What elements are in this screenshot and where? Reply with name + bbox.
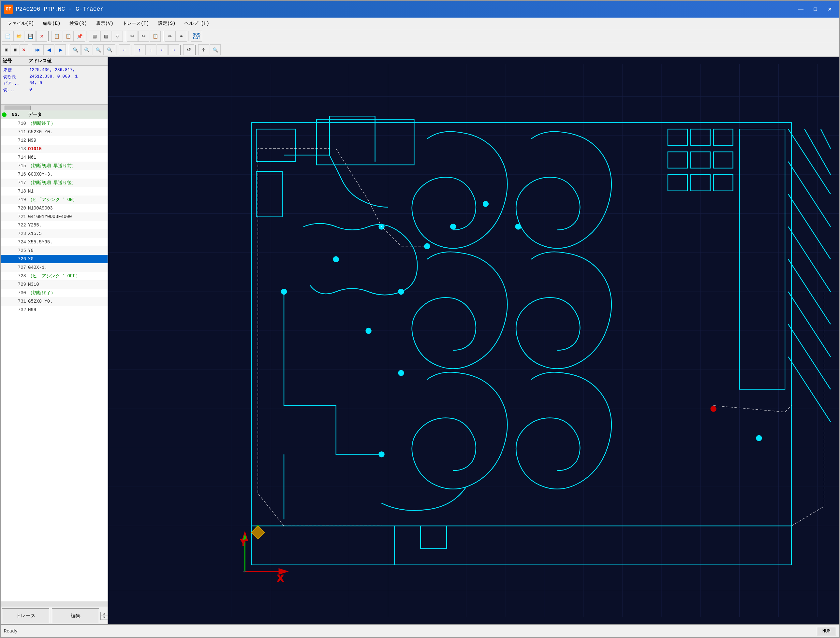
tb-rec2[interactable]: ▣ — [11, 44, 19, 55]
list-item[interactable]: 720M100A9003 — [1, 204, 108, 212]
tb-left-arrow[interactable]: ← — [157, 44, 168, 55]
menu-search[interactable]: 検索(R) — [65, 19, 91, 28]
data-row-0: 座標 1225.436, 286.817, — [3, 68, 105, 73]
main-view: Y X — [108, 57, 839, 624]
tb-edit2[interactable]: ✒ — [176, 31, 187, 42]
list-item[interactable]: 712M99 — [1, 136, 108, 145]
tb-save[interactable]: 💾 — [25, 31, 36, 42]
separator-1 — [48, 31, 50, 41]
tb-edit1[interactable]: ✏ — [165, 31, 176, 42]
list-item[interactable]: 722Y255. — [1, 221, 108, 229]
tb-copy1[interactable]: 📋 — [51, 31, 62, 42]
menu-settings[interactable]: 設定(S) — [154, 19, 180, 28]
list-item[interactable]: 729M310 — [1, 280, 108, 289]
tb-paste[interactable]: 📌 — [74, 31, 85, 42]
tb-down-arrow[interactable]: ↓ — [146, 44, 157, 55]
data-row-2: ピア... 64, 0 — [3, 81, 105, 86]
tb-next[interactable]: ▶ — [55, 44, 66, 55]
list-item[interactable]: 727G40X-1. — [1, 263, 108, 272]
tb-prev[interactable]: ◀ — [43, 44, 54, 55]
tb-cut3[interactable]: 📋 — [150, 31, 161, 42]
tb-cut2[interactable]: ✂ — [138, 31, 149, 42]
menu-trace[interactable]: トレース(T) — [118, 19, 153, 28]
svg-point-65 — [379, 452, 384, 457]
list-col-no: No. — [12, 112, 28, 117]
label-2: ピア... — [3, 81, 29, 86]
minimize-button[interactable]: — — [794, 3, 807, 15]
svg-point-68 — [711, 406, 716, 412]
list-item[interactable]: 725Y0 — [1, 246, 108, 255]
menu-bar: ファイル(F) 編集(E) 検索(R) 表示(V) トレース(T) 設定(S) … — [1, 17, 839, 29]
tb-zoom2[interactable]: 🔍 — [210, 44, 221, 55]
data-row-1: 切断長 24512.338, 0.000, 1 — [3, 74, 105, 80]
list-item[interactable]: 726X0 — [1, 255, 108, 263]
list-item[interactable]: 723X15.5 — [1, 229, 108, 238]
value-3: 0 — [29, 87, 105, 93]
tb-skip-start[interactable]: ⏮ — [32, 44, 43, 55]
tb-zoom-in[interactable]: 🔍 — [70, 44, 81, 55]
list-item[interactable]: 714M61 — [1, 153, 108, 162]
status-bar: Ready NUM — [1, 624, 839, 637]
list-item[interactable]: 731G52X0.Y0. — [1, 297, 108, 306]
maximize-button[interactable]: □ — [809, 3, 822, 15]
tb-zoom-out[interactable]: 🔍 — [81, 44, 92, 55]
tb-move[interactable]: ✛ — [198, 44, 209, 55]
list-item[interactable]: 719（ヒ゜アシンク゛ ON） — [1, 196, 108, 204]
tb-zoom-rect[interactable]: 🔍 — [93, 44, 104, 55]
tb-back-arrow[interactable]: ← — [119, 44, 130, 55]
list-item[interactable]: 728（ヒ゜アシンク゛ OFF） — [1, 272, 108, 280]
menu-view[interactable]: 表示(V) — [92, 19, 118, 28]
tb-up-arrow[interactable]: ↑ — [134, 44, 145, 55]
tb-list2[interactable]: ▤ — [100, 31, 111, 42]
toolbar-1: 📄 📂 💾 ✕ 📋 📋 📌 ▤ ▤ ▽ ✂ ✂ 📋 ✏ ✒ GOOGOT — [1, 29, 839, 43]
list-item[interactable]: 718N1 — [1, 187, 108, 196]
tb-zoom-fit[interactable]: 🔍 — [104, 44, 115, 55]
tb-right-arrow[interactable]: → — [168, 44, 179, 55]
main-window: GT P240206-PTP.NC - G-Tracer — □ ✕ ファイル(… — [0, 0, 840, 638]
separator-9 — [131, 45, 133, 55]
list-item[interactable]: 732M99 — [1, 306, 108, 314]
window-title: P240206-PTP.NC - G-Tracer — [16, 6, 104, 13]
svg-point-59 — [424, 244, 430, 249]
svg-point-66 — [756, 435, 761, 441]
data-scrollbar-h[interactable] — [1, 104, 108, 111]
menu-edit[interactable]: 編集(E) — [39, 19, 65, 28]
menu-help[interactable]: ヘルプ (H) — [180, 19, 214, 28]
tb-rec-start[interactable]: ▣ — [2, 44, 10, 55]
tb-filter[interactable]: ▽ — [112, 31, 123, 42]
list-scrollbar-h[interactable] — [1, 601, 108, 607]
tb-new[interactable]: 📄 — [2, 31, 13, 42]
list-item[interactable]: 730（切断終了） — [1, 289, 108, 297]
tb-close[interactable]: ✕ — [36, 31, 47, 42]
scroll-down[interactable]: ▼ — [101, 616, 108, 620]
data-scroll-thumb[interactable] — [5, 106, 31, 110]
list-item[interactable]: 710（切断終了） — [1, 119, 108, 128]
list-item[interactable]: 721G41G01Y0D03F4000 — [1, 212, 108, 221]
separator-7 — [67, 45, 69, 55]
tb-copy2[interactable]: 📋 — [63, 31, 74, 42]
close-button[interactable]: ✕ — [823, 3, 836, 15]
tb-undo[interactable]: ↺ — [183, 44, 194, 55]
tb-open[interactable]: 📂 — [13, 31, 24, 42]
scroll-up[interactable]: ▲ — [101, 612, 108, 616]
menu-file[interactable]: ファイル(F) — [3, 19, 38, 28]
tb-list1[interactable]: ▤ — [89, 31, 100, 42]
tb-rec-stop[interactable]: ✕ — [19, 44, 28, 55]
list-item[interactable]: 713O1015 — [1, 145, 108, 153]
list-item[interactable]: 717（切断初期 早送り後） — [1, 178, 108, 187]
list-item[interactable]: 716G00X0Y-3. — [1, 170, 108, 178]
list-item[interactable]: 715（切断初期 早送り前） — [1, 162, 108, 170]
separator-11 — [195, 45, 197, 55]
tb-goto[interactable]: GOOGOT — [191, 31, 202, 42]
status-text: Ready — [4, 629, 17, 634]
trace-button[interactable]: トレース — [2, 608, 49, 623]
list-body[interactable]: 710（切断終了）711G52X0.Y0.712M99713O1015714M6… — [1, 119, 108, 601]
edit-button[interactable]: 編集 — [52, 608, 99, 623]
svg-point-61 — [483, 201, 488, 207]
cad-canvas[interactable]: Y X — [108, 57, 839, 624]
svg-text:X: X — [277, 573, 283, 583]
label-1: 切断長 — [3, 74, 29, 80]
tb-cut1[interactable]: ✂ — [127, 31, 138, 42]
list-item[interactable]: 724X55.5Y95. — [1, 238, 108, 246]
list-item[interactable]: 711G52X0.Y0. — [1, 128, 108, 136]
